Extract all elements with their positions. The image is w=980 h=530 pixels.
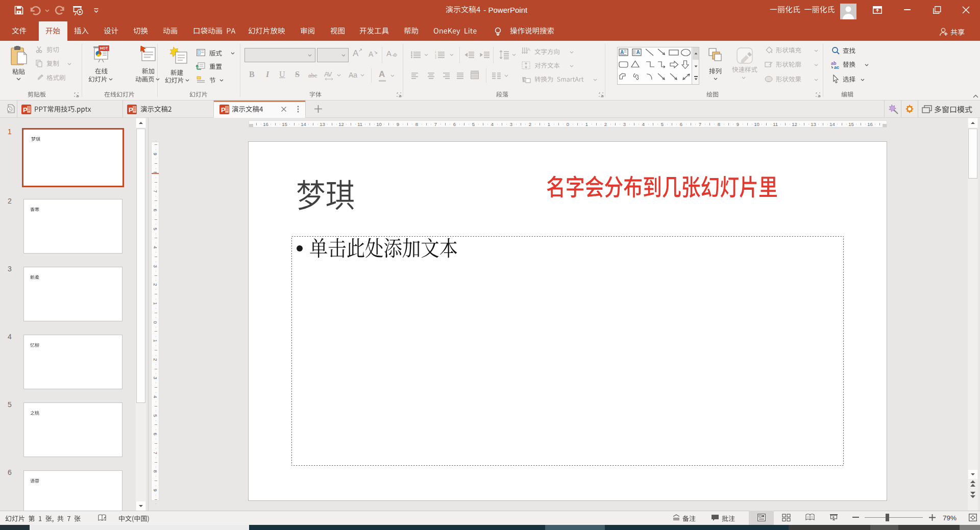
svg-text:A: A bbox=[636, 49, 640, 55]
svg-text:A: A bbox=[620, 49, 624, 55]
svg-text:A: A bbox=[527, 47, 530, 52]
svg-text:P: P bbox=[129, 106, 133, 114]
svg-text:P: P bbox=[23, 106, 28, 114]
svg-text:ac: ac bbox=[834, 65, 839, 70]
svg-text:3: 3 bbox=[435, 56, 436, 59]
svg-text:P: P bbox=[221, 106, 226, 114]
